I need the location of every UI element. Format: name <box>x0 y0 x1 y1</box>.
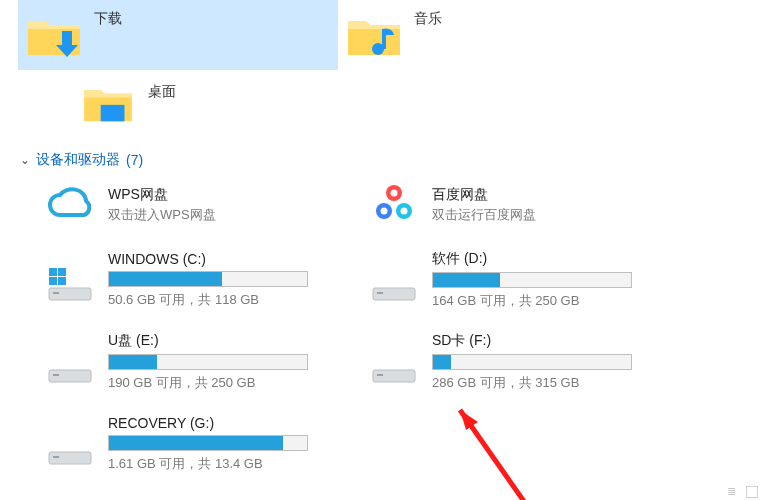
drive-sub: 50.6 GB 可用，共 118 GB <box>108 291 356 309</box>
svg-rect-23 <box>53 456 59 458</box>
folder-label: 桌面 <box>148 83 176 101</box>
drive-usage-bar <box>108 354 308 370</box>
downloads-folder-icon <box>26 7 82 63</box>
drive-title: 软件 (D:) <box>432 250 680 268</box>
drive-usage-bar <box>432 354 632 370</box>
wps-cloud-icon <box>46 181 94 229</box>
drive-usage-fill <box>109 355 157 369</box>
drive-usage-bar <box>108 271 308 287</box>
drive-usage-bar <box>432 272 632 288</box>
drive-title: RECOVERY (G:) <box>108 415 356 431</box>
svg-rect-15 <box>58 277 66 285</box>
hdd-drive-icon <box>46 420 94 468</box>
cloud-wps[interactable]: WPS网盘 双击进入WPS网盘 <box>46 177 366 233</box>
drive-usage-fill <box>433 273 500 287</box>
hdd-drive-icon <box>46 338 94 386</box>
drive-e[interactable]: U盘 (E:) 190 GB 可用，共 250 GB <box>46 327 366 397</box>
folder-desktop[interactable]: 桌面 <box>72 73 392 133</box>
svg-point-7 <box>391 190 398 197</box>
windows-drive-icon <box>46 256 94 304</box>
svg-rect-14 <box>49 277 57 285</box>
drive-f[interactable]: SD卡 (F:) 286 GB 可用，共 315 GB <box>370 327 690 397</box>
drive-usage-fill <box>433 355 451 369</box>
cloud-title: WPS网盘 <box>108 186 216 204</box>
drive-title: U盘 (E:) <box>108 332 356 350</box>
folder-music[interactable]: 音乐 <box>338 0 658 70</box>
svg-rect-3 <box>101 105 125 121</box>
drive-g[interactable]: RECOVERY (G:) 1.61 GB 可用，共 13.4 GB <box>46 409 366 479</box>
view-mode-tray: ≣ <box>727 485 758 498</box>
view-details-icon[interactable]: ≣ <box>727 485 736 498</box>
svg-point-9 <box>401 208 408 215</box>
music-folder-icon <box>346 7 402 63</box>
folder-label: 音乐 <box>414 10 442 28</box>
folder-label: 下载 <box>94 10 122 28</box>
devices-section-header[interactable]: ⌄ 设备和驱动器 (7) <box>18 151 764 169</box>
drive-sub: 190 GB 可用，共 250 GB <box>108 374 356 392</box>
section-title: 设备和驱动器 <box>36 151 120 169</box>
svg-point-8 <box>381 208 388 215</box>
hdd-drive-icon <box>370 338 418 386</box>
svg-rect-12 <box>49 268 57 276</box>
svg-rect-13 <box>58 268 66 276</box>
svg-rect-0 <box>62 31 72 45</box>
drive-c[interactable]: WINDOWS (C:) 50.6 GB 可用，共 118 GB <box>46 245 366 315</box>
svg-rect-19 <box>53 374 59 376</box>
svg-rect-11 <box>53 292 59 294</box>
drive-sub: 164 GB 可用，共 250 GB <box>432 292 680 310</box>
svg-rect-17 <box>377 292 383 294</box>
drive-sub: 1.61 GB 可用，共 13.4 GB <box>108 455 356 473</box>
drive-title: WINDOWS (C:) <box>108 251 356 267</box>
desktop-folder-icon <box>80 75 136 131</box>
baidu-cloud-icon <box>370 181 418 229</box>
drive-title: SD卡 (F:) <box>432 332 680 350</box>
cloud-sub: 双击进入WPS网盘 <box>108 206 216 224</box>
cloud-sub: 双击运行百度网盘 <box>432 206 536 224</box>
section-count: (7) <box>126 152 143 168</box>
hdd-drive-icon <box>370 256 418 304</box>
drive-usage-fill <box>109 272 222 286</box>
cloud-baidu[interactable]: 百度网盘 双击运行百度网盘 <box>370 177 690 233</box>
folder-downloads[interactable]: 下载 <box>18 0 338 70</box>
svg-rect-21 <box>377 374 383 376</box>
drive-sub: 286 GB 可用，共 315 GB <box>432 374 680 392</box>
drive-usage-bar <box>108 435 308 451</box>
drive-usage-fill <box>109 436 283 450</box>
cloud-title: 百度网盘 <box>432 186 536 204</box>
view-tiles-icon[interactable] <box>746 486 758 498</box>
chevron-down-icon: ⌄ <box>20 153 30 167</box>
drive-d[interactable]: 软件 (D:) 164 GB 可用，共 250 GB <box>370 245 690 315</box>
